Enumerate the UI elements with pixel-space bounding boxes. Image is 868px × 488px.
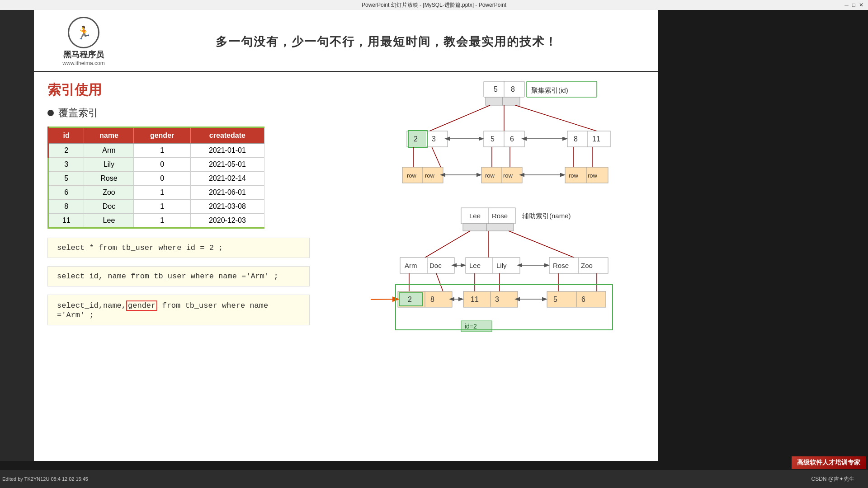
svg-line-10 [515, 105, 597, 131]
svg-line-28 [432, 147, 441, 167]
svg-rect-5 [503, 97, 520, 105]
bullet-label: 覆盖索引 [58, 106, 98, 120]
sql1-text: select * from tb_user where id = 2 ; [57, 244, 223, 252]
slide-header: 🏃 黑马程序员 www.itheima.com 多一句没有，少一句不行，用最短时… [34, 10, 658, 72]
svg-rect-4 [486, 97, 503, 105]
svg-text:8: 8 [574, 135, 578, 143]
sql-box-2: select id, name from tb_user where name … [47, 266, 310, 286]
svg-rect-52 [486, 224, 514, 231]
close-button[interactable]: ✕ [859, 2, 863, 8]
taskbar-info: Edited by TK2YN12U 08:4 12:02 15:45 [2, 476, 88, 482]
bullet-dot [47, 110, 54, 116]
svg-text:聚集索引(id): 聚集索引(id) [531, 86, 568, 94]
svg-text:3: 3 [432, 135, 436, 143]
sql3-gender: gender [126, 300, 157, 311]
header-slogan: 多一句没有，少一句不行，用最短时间，教会最实用的技术！ [124, 34, 649, 50]
svg-line-72 [436, 273, 443, 291]
svg-text:row: row [588, 172, 598, 179]
cell-1-1: Lily [84, 158, 134, 172]
minimize-button[interactable]: ─ [844, 2, 849, 8]
cell-4-3: 2021-03-08 [190, 200, 264, 214]
cell-4-0: 8 [48, 200, 84, 214]
col-id: id [48, 127, 84, 144]
cell-0-2: 1 [134, 144, 190, 158]
cell-5-3: 2020-12-03 [190, 214, 264, 228]
svg-text:row: row [503, 172, 513, 179]
svg-text:row: row [485, 172, 495, 179]
svg-text:Lee: Lee [469, 212, 481, 220]
cell-3-2: 1 [134, 186, 190, 200]
svg-text:11: 11 [471, 296, 479, 303]
restore-button[interactable]: □ [852, 2, 855, 8]
svg-line-95 [371, 299, 398, 300]
csdn-tag: CSDN @吉✦先生 [811, 476, 854, 482]
svg-rect-51 [463, 224, 486, 231]
left-panel [0, 10, 34, 461]
svg-text:Lily: Lily [496, 262, 507, 269]
table-row: 11Lee12020-12-03 [48, 214, 264, 228]
svg-line-56 [509, 231, 574, 258]
taskbar: Edited by TK2YN12U 08:4 12:02 15:45 CSDN… [0, 470, 868, 488]
cell-0-3: 2021-01-01 [190, 144, 264, 158]
window-controls[interactable]: ─ □ ✕ [844, 2, 863, 8]
cell-3-1: Zoo [84, 186, 134, 200]
data-table: id name gender createdate 2Arm12021-01-0… [47, 127, 264, 229]
svg-text:5: 5 [553, 296, 557, 303]
cell-2-0: 5 [48, 172, 84, 186]
cell-2-3: 2021-02-14 [190, 172, 264, 186]
svg-text:Lee: Lee [469, 262, 481, 269]
svg-text:Rose: Rose [492, 212, 508, 220]
svg-text:6: 6 [581, 296, 585, 303]
svg-text:辅助索引(name): 辅助索引(name) [522, 212, 571, 220]
svg-text:2: 2 [414, 135, 418, 143]
col-name: name [84, 127, 134, 144]
cell-0-1: Arm [84, 144, 134, 158]
cell-5-0: 11 [48, 214, 84, 228]
svg-text:row: row [569, 172, 579, 179]
cell-5-1: Lee [84, 214, 134, 228]
sql-box-3: select_id,name,gender from tb_user where… [47, 295, 310, 325]
svg-text:8: 8 [430, 296, 434, 303]
sql3-prefix: select_id,name, [57, 301, 126, 310]
svg-text:3: 3 [495, 296, 499, 303]
sql-box-1: select * from tb_user where id = 2 ; [47, 238, 310, 258]
table-row: 2Arm12021-01-01 [48, 144, 264, 158]
cell-3-3: 2021-06-01 [190, 186, 264, 200]
diagram-svg: 5 8 聚集索引(id) 2 3 5 6 8 11 [371, 77, 665, 357]
col-gender: gender [134, 127, 190, 144]
sql2-text: select id, name from tb_user where name … [57, 272, 278, 281]
svg-line-54 [425, 231, 470, 258]
table-row: 5Rose02021-02-14 [48, 172, 264, 186]
svg-text:2: 2 [408, 296, 412, 303]
cell-5-2: 1 [134, 214, 190, 228]
svg-text:5: 5 [494, 85, 498, 93]
svg-text:row: row [425, 172, 435, 179]
table-row: 6Zoo12021-06-01 [48, 186, 264, 200]
svg-text:row: row [407, 172, 417, 179]
cell-1-0: 3 [48, 158, 84, 172]
svg-text:Doc: Doc [429, 262, 442, 269]
title-text: PowerPoint 幻灯片放映 - [MySQL-进阶篇.pptx] - Po… [362, 1, 506, 9]
svg-text:8: 8 [511, 85, 515, 93]
watermark: 高级软件人才培训专家 [792, 456, 866, 469]
logo-url: www.itheima.com [62, 60, 104, 66]
svg-text:Rose: Rose [553, 262, 569, 269]
logo-text: 黑马程序员 [63, 49, 104, 60]
table-row: 3Lily02021-05-01 [48, 158, 264, 172]
svg-text:Zoo: Zoo [581, 262, 593, 269]
logo-area: 🏃 黑马程序员 www.itheima.com [43, 17, 124, 66]
svg-text:id=2: id=2 [465, 323, 477, 330]
cell-2-2: 0 [134, 172, 190, 186]
cell-3-0: 6 [48, 186, 84, 200]
cell-1-3: 2021-05-01 [190, 158, 264, 172]
cell-4-1: Doc [84, 200, 134, 214]
cell-4-2: 1 [134, 200, 190, 214]
table-header-row: id name gender createdate [48, 127, 264, 144]
taskbar-right: CSDN @吉✦先生 [811, 475, 863, 483]
svg-text:Arm: Arm [405, 262, 417, 269]
svg-text:5: 5 [491, 135, 495, 143]
diagram-area: 5 8 聚集索引(id) 2 3 5 6 8 11 [371, 77, 665, 357]
svg-text:6: 6 [510, 135, 514, 143]
svg-text:11: 11 [592, 135, 600, 143]
table-row: 8Doc12021-03-08 [48, 200, 264, 214]
